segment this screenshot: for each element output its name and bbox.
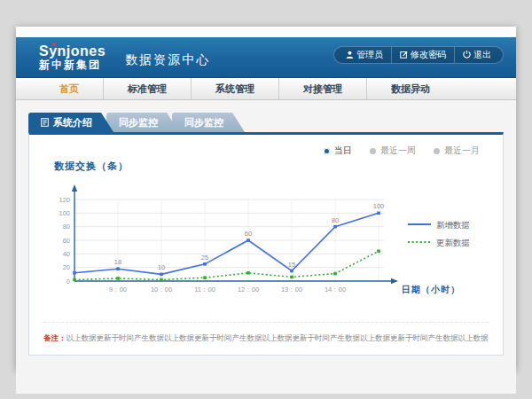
admin-user-button[interactable]: 管理员 [338, 47, 391, 63]
tab-sync-monitor-2[interactable]: 同步监控 [172, 113, 245, 132]
app-header: Synjones 新中新集团 数据资源中心 管理员 修改密码 退出 [16, 37, 516, 78]
change-password-label: 修改密码 [411, 49, 446, 61]
user-icon [346, 51, 354, 59]
filter-last-week-label: 最近一周 [380, 145, 416, 157]
svg-text:更新数据: 更新数据 [436, 238, 470, 247]
svg-text:60: 60 [245, 230, 252, 238]
svg-text:25: 25 [201, 254, 208, 262]
logout-label: 退出 [473, 49, 491, 61]
content-area: 系统介绍 同步监控 同步监控 当日 最近一周 [16, 100, 516, 394]
radio-unselected-icon [434, 148, 440, 154]
svg-text:80: 80 [63, 223, 70, 231]
svg-text:新增数据: 新增数据 [436, 220, 470, 230]
tab-bar: 系统介绍 同步监控 同步监控 [16, 100, 516, 132]
app-window: Synjones 新中新集团 数据资源中心 管理员 修改密码 退出 首页 标准管… [16, 27, 516, 371]
tab-sync-monitor-2-label: 同步监控 [184, 113, 223, 132]
radio-selected-icon [324, 148, 330, 154]
time-range-filters: 当日 最近一周 最近一月 [43, 144, 489, 158]
footnote: 备注：以上数据更新于时间产生数据以上数据更新于时间产生数据以上数据更新于时间产生… [43, 322, 489, 344]
nav-item-home[interactable]: 首页 [35, 78, 103, 100]
page-title: 数据资源中心 [125, 52, 210, 68]
footnote-label: 备注： [43, 333, 66, 342]
filter-last-month-label: 最近一月 [444, 145, 480, 157]
svg-text:60: 60 [63, 237, 70, 245]
logo-red-dot-icon [52, 43, 56, 46]
svg-text:0: 0 [66, 278, 70, 286]
svg-text:40: 40 [63, 250, 70, 258]
nav-item-system[interactable]: 系统管理 [191, 78, 278, 100]
logo-text-en: Synjones [39, 43, 106, 59]
user-actions: 管理员 修改密码 退出 [333, 46, 504, 64]
filter-today[interactable]: 当日 [324, 144, 352, 158]
y-axis-title: 数据交换（条） [54, 160, 489, 173]
filter-last-week[interactable]: 最近一周 [370, 144, 416, 158]
svg-text:20: 20 [63, 263, 70, 271]
main-nav: 首页 标准管理 系统管理 对接管理 数据异动 [16, 78, 516, 100]
change-password-button[interactable]: 修改密码 [391, 47, 454, 63]
chart-panel: 当日 最近一周 最近一月 数据交换（条） 0204060801001209：00… [28, 132, 504, 356]
edit-icon [400, 51, 408, 59]
admin-user-label: 管理员 [356, 49, 383, 61]
document-icon [41, 118, 49, 127]
filter-last-month[interactable]: 最近一月 [434, 144, 480, 158]
svg-text:120: 120 [59, 196, 70, 204]
svg-text:18: 18 [114, 258, 121, 266]
nav-item-interface[interactable]: 对接管理 [278, 78, 366, 100]
svg-text:100: 100 [59, 209, 70, 217]
svg-text:9：00: 9：00 [109, 286, 127, 293]
line-chart: 0204060801001209：0010：0011：0012：0013：001… [44, 176, 488, 302]
svg-text:10: 10 [158, 263, 165, 271]
svg-text:11：00: 11：00 [194, 286, 215, 293]
nav-item-standards[interactable]: 标准管理 [103, 78, 191, 100]
tab-system-intro[interactable]: 系统介绍 [28, 113, 113, 132]
svg-text:12：00: 12：00 [238, 286, 259, 293]
tab-sync-monitor-1-label: 同步监控 [119, 113, 158, 132]
tab-sync-monitor-1[interactable]: 同步监控 [106, 113, 179, 132]
filter-today-label: 当日 [334, 145, 352, 157]
tab-system-intro-label: 系统介绍 [53, 113, 92, 132]
svg-text:日期（小时）: 日期（小时） [402, 285, 460, 294]
logout-button[interactable]: 退出 [454, 47, 499, 63]
power-icon [463, 51, 471, 59]
svg-text:14：00: 14：00 [325, 286, 346, 293]
svg-text:13：00: 13：00 [281, 286, 302, 293]
logo-text-cn: 新中新集团 [39, 59, 101, 71]
svg-text:80: 80 [332, 216, 339, 224]
svg-text:100: 100 [373, 202, 385, 210]
nav-item-data-change[interactable]: 数据异动 [366, 78, 454, 100]
radio-unselected-icon [370, 148, 376, 154]
logo: Synjones 新中新集团 [39, 44, 106, 70]
svg-text:15: 15 [288, 261, 295, 269]
footnote-text: 以上数据更新于时间产生数据以上数据更新于时间产生数据以上数据更新于时间产生数据以… [66, 333, 489, 342]
svg-text:10：00: 10：00 [151, 286, 172, 293]
